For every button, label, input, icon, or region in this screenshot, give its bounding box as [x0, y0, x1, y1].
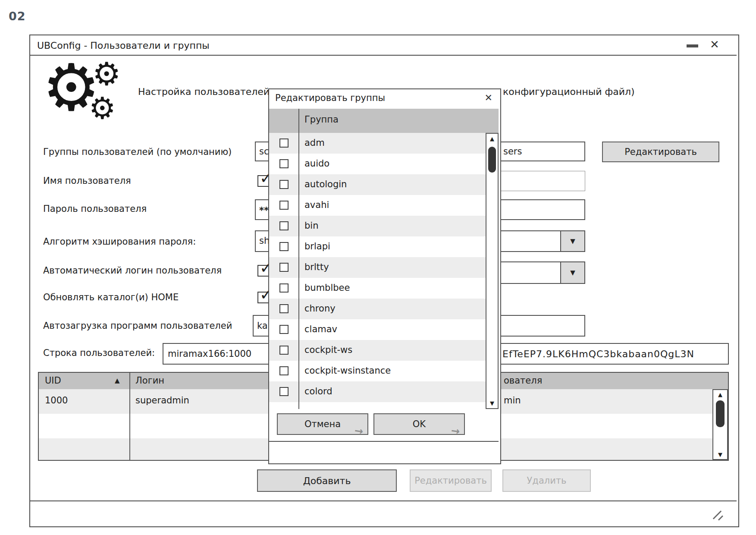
gear-icon: ⚙	[92, 58, 121, 90]
group-checkbox[interactable]	[279, 366, 289, 375]
group-checkbox[interactable]	[279, 242, 289, 251]
group-checkbox[interactable]	[279, 180, 289, 189]
group-row[interactable]: bumblbee	[269, 278, 499, 299]
statusbar-divider	[30, 500, 737, 501]
label-user-name: Имя пользователя	[43, 176, 131, 186]
group-row[interactable]: adm	[269, 133, 499, 154]
group-row[interactable]: bin	[269, 216, 499, 236]
group-checkbox[interactable]	[279, 325, 289, 334]
label-autologin: Автоматический логин пользователя	[43, 265, 222, 276]
autologin-checkbox[interactable]	[257, 265, 269, 277]
users-string-value-left: miramax166:1000	[168, 349, 251, 359]
window-title: UBConfig - Пользователи и группы	[37, 40, 210, 51]
scroll-down-icon[interactable]: ▼	[486, 400, 498, 406]
group-row[interactable]: colord	[269, 381, 499, 402]
edit-groups-button[interactable]: Редактировать	[602, 142, 719, 162]
group-name: colord	[304, 386, 333, 397]
group-row[interactable]: brlapi	[269, 236, 499, 257]
default-groups-value-left: sc	[259, 146, 269, 157]
cursor-arrow-icon: →	[450, 425, 461, 438]
scroll-up-icon[interactable]: ▲	[486, 136, 498, 142]
group-row[interactable]: auido	[269, 154, 499, 174]
group-name: bumblbee	[304, 283, 350, 293]
group-name: avahi	[304, 200, 329, 210]
group-row[interactable]: cockpit-ws	[269, 340, 499, 361]
update-home-checkbox[interactable]	[257, 292, 269, 303]
password-value: **	[259, 205, 269, 216]
edit-groups-dialog: Редактировать группы ✕ Группа adm auido …	[268, 88, 501, 464]
column-divider	[129, 373, 130, 460]
column-header-group: Группа	[304, 114, 339, 125]
label-default-groups: Группы пользователей (по умолчанию)	[43, 147, 232, 157]
group-name: chrony	[304, 303, 336, 314]
username-checkbox[interactable]	[257, 175, 269, 187]
dialog-title-bar: Редактировать группы ✕	[269, 89, 499, 110]
cell-login: superadmin	[135, 395, 189, 406]
delete-button: Удалить	[502, 469, 591, 492]
minimize-icon[interactable]	[687, 44, 698, 47]
group-name: cockpit-ws	[304, 345, 352, 355]
group-name: auido	[304, 158, 329, 169]
gear-icon: ⚙	[89, 93, 116, 123]
scroll-up-icon[interactable]: ▲	[713, 392, 727, 397]
column-header-uid[interactable]: UID	[45, 375, 61, 386]
cursor-arrow-icon: →	[354, 425, 364, 438]
group-checkbox[interactable]	[279, 221, 289, 230]
close-icon[interactable]: ✕	[485, 92, 492, 103]
label-update-home: Обновлять каталог(и) HOME	[43, 292, 179, 302]
scrollbar-thumb[interactable]	[488, 147, 496, 173]
group-name: adm	[304, 138, 325, 148]
group-checkbox[interactable]	[279, 304, 289, 313]
column-header-right-fragment[interactable]: ователя	[504, 375, 542, 386]
group-row[interactable]: avahi	[269, 195, 499, 216]
label-users-string: Строка пользователей:	[43, 348, 155, 358]
dialog-list-header: Группа	[269, 109, 499, 133]
column-header-login[interactable]: Логин	[135, 375, 164, 386]
chevron-down-icon[interactable]: ▼	[560, 231, 584, 251]
group-checkbox[interactable]	[279, 283, 289, 293]
group-row[interactable]: chrony	[269, 299, 499, 319]
cell-uid: 1000	[45, 395, 68, 406]
group-name: clamav	[304, 324, 337, 334]
group-checkbox[interactable]	[279, 159, 289, 168]
users-string-value-right: EfTeEP7.9LK6HmQC3bkabaan0QgL3N	[502, 349, 694, 359]
label-user-password: Пароль пользователя	[43, 204, 147, 214]
label-hash-algorithm: Алгоритм хэширования пароля:	[43, 236, 196, 247]
intro-text-right: конфигурационный файл)	[503, 86, 635, 97]
chevron-down-icon[interactable]: ▼	[560, 262, 584, 283]
edit-button: Редактировать	[410, 469, 492, 492]
sort-asc-icon[interactable]: ▲	[115, 377, 120, 384]
intro-text-left: Настройка пользователей	[138, 86, 270, 97]
canvas: 02 UBConfig - Пользователи и группы ✕ ⚙ …	[0, 0, 756, 535]
group-row[interactable]: cockpit-wsinstance	[269, 361, 499, 381]
dialog-scrollbar[interactable]: ▲ ▼	[486, 133, 499, 409]
close-icon[interactable]: ✕	[710, 38, 719, 51]
label-autostart-programs: Автозагрузка программ пользователей	[43, 321, 232, 331]
group-checkbox[interactable]	[279, 263, 289, 272]
group-name: brlapi	[304, 241, 330, 252]
group-checkbox[interactable]	[279, 201, 289, 210]
page-label: 02	[9, 9, 26, 23]
scrollbar-thumb[interactable]	[716, 400, 725, 427]
scroll-down-icon[interactable]: ▼	[713, 452, 727, 457]
table-scrollbar[interactable]: ▲ ▼	[712, 389, 728, 460]
group-name: cockpit-wsinstance	[304, 365, 391, 376]
group-name: brltty	[304, 262, 329, 272]
group-checkbox[interactable]	[279, 387, 289, 396]
dialog-footer-divider	[269, 441, 499, 442]
group-row[interactable]: clamav	[269, 319, 499, 340]
group-name: bin	[304, 220, 318, 231]
group-row[interactable]: brltty	[269, 257, 499, 278]
group-row[interactable]: autologin	[269, 174, 499, 195]
group-name: autologin	[304, 179, 347, 189]
cell-right-fragment: min	[504, 395, 521, 406]
add-button[interactable]: Добавить	[257, 469, 397, 492]
default-groups-value-right: sers	[503, 146, 522, 157]
group-checkbox[interactable]	[279, 138, 289, 148]
dialog-title: Редактировать группы	[275, 93, 385, 103]
group-checkbox[interactable]	[279, 346, 289, 355]
column-divider	[298, 109, 299, 409]
autostart-value: ka	[257, 321, 268, 331]
